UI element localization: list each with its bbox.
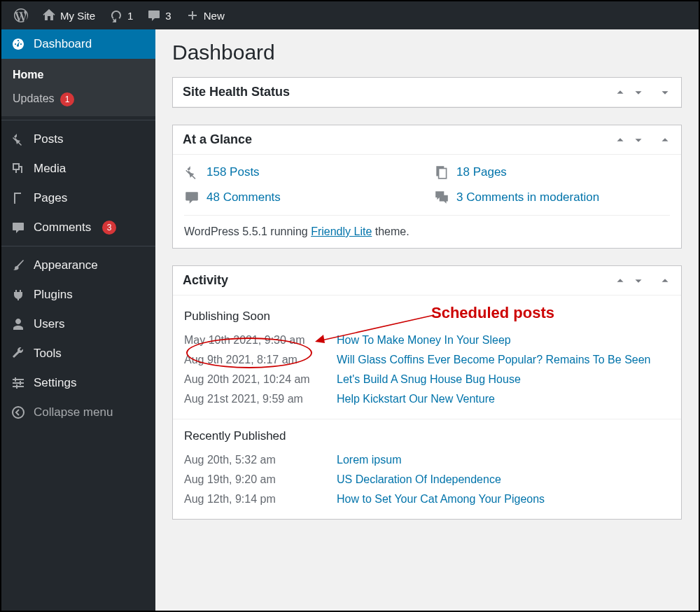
activity-date: Aug 19th, 9:20 am — [184, 473, 324, 486]
update-icon — [109, 8, 123, 22]
activity-row: Aug 19th, 9:20 amUS Declaration Of Indep… — [184, 470, 670, 489]
svg-point-9 — [13, 407, 24, 418]
activity-post-link[interactable]: How to Set Your Cat Among Your Pigeons — [337, 493, 670, 506]
submenu-home[interactable]: Home — [1, 63, 155, 87]
home-icon — [42, 8, 56, 22]
glance-moderation: 3 Comments in moderation — [434, 190, 670, 205]
plugin-icon — [11, 288, 25, 302]
collapse-icon — [11, 405, 25, 419]
comments-link[interactable]: 3 — [140, 1, 178, 29]
toggle-icon[interactable] — [659, 134, 671, 146]
pin-icon — [184, 165, 200, 180]
dashboard-icon — [11, 37, 25, 51]
plus-icon — [186, 8, 200, 22]
new-label: New — [204, 10, 225, 22]
updates-link[interactable]: 1 — [102, 1, 140, 29]
activity-title: Activity — [183, 273, 228, 288]
svg-rect-11 — [439, 169, 447, 179]
menu-users[interactable]: Users — [1, 310, 155, 339]
activity-date: Aug 20th, 5:32 am — [184, 454, 324, 466]
settings-icon — [11, 376, 25, 390]
pages-link[interactable]: 18 Pages — [456, 165, 507, 179]
move-down-icon[interactable] — [632, 134, 645, 146]
comment-icon — [147, 8, 161, 22]
move-down-icon[interactable] — [632, 86, 645, 99]
user-icon — [11, 317, 25, 331]
move-up-icon[interactable] — [614, 86, 626, 99]
recently-published-list: Aug 20th, 5:32 amLorem ipsumAug 19th, 9:… — [184, 450, 670, 509]
menu-plugins[interactable]: Plugins — [1, 280, 155, 310]
svg-rect-4 — [15, 377, 16, 382]
activity-date: Aug 12th, 9:14 pm — [184, 493, 324, 506]
theme-link[interactable]: Friendly Lite — [311, 225, 372, 237]
toggle-icon[interactable] — [659, 86, 671, 99]
admin-sidebar: Dashboard Home Updates 1 Posts Media Pag… — [1, 29, 155, 611]
comments-link[interactable]: 48 Comments — [206, 190, 281, 204]
menu-settings[interactable]: Settings — [1, 368, 155, 398]
site-health-title: Site Health Status — [183, 85, 290, 99]
menu-appearance[interactable]: Appearance — [1, 251, 155, 280]
submenu-updates[interactable]: Updates 1 — [1, 87, 155, 112]
activity-date: Aug 9th 2021, 8:17 am — [184, 354, 324, 366]
page-title: Dashboard — [172, 41, 682, 64]
activity-row: Aug 12th, 9:14 pmHow to Set Your Cat Amo… — [184, 489, 670, 509]
move-up-icon[interactable] — [614, 274, 626, 287]
site-name-link[interactable]: My Site — [35, 1, 102, 29]
toggle-icon[interactable] — [659, 274, 671, 287]
menu-dashboard[interactable]: Dashboard — [1, 29, 155, 59]
menu-posts[interactable]: Posts — [1, 125, 155, 154]
activity-post-link[interactable]: Help Kickstart Our New Venture — [337, 393, 670, 405]
svg-rect-6 — [20, 381, 21, 385]
svg-rect-5 — [13, 382, 24, 384]
activity-post-link[interactable]: US Declaration Of Independence — [337, 473, 670, 486]
activity-post-link[interactable]: Lorem ipsum — [337, 454, 670, 466]
wp-logo[interactable] — [7, 1, 35, 29]
move-down-icon[interactable] — [632, 274, 645, 287]
site-health-panel: Site Health Status — [172, 77, 682, 108]
updates-count: 1 — [127, 10, 133, 22]
move-up-icon[interactable] — [614, 134, 626, 146]
svg-rect-8 — [16, 384, 18, 389]
moderation-link[interactable]: 3 Comments in moderation — [456, 190, 599, 204]
main-content: Dashboard Site Health Status At a Glance — [155, 29, 699, 611]
menu-media[interactable]: Media — [1, 154, 155, 183]
admin-bar: My Site 1 3 New — [1, 1, 699, 29]
pages-icon — [11, 191, 25, 205]
wordpress-icon — [14, 8, 28, 22]
activity-row: May 10th 2021, 9:30 amHow To Make Money … — [184, 331, 670, 350]
glance-posts: 158 Posts — [184, 165, 420, 180]
activity-row: Aug 20th, 5:32 amLorem ipsum — [184, 450, 670, 470]
activity-post-link[interactable]: Will Glass Coffins Ever Become Popular? … — [337, 354, 670, 366]
updates-badge: 1 — [60, 92, 74, 106]
pin-icon — [11, 132, 25, 146]
pages-icon — [434, 165, 449, 180]
activity-date: May 10th 2021, 9:30 am — [184, 334, 324, 347]
new-content-link[interactable]: New — [178, 1, 232, 29]
activity-row: Aug 20th 2021, 10:24 amLet's Build A Snu… — [184, 370, 670, 389]
at-a-glance-panel: At a Glance 158 Posts 18 Pages 48 — [172, 125, 682, 249]
posts-link[interactable]: 158 Posts — [206, 165, 260, 179]
comments-count: 3 — [165, 10, 171, 22]
menu-tools[interactable]: Tools — [1, 339, 155, 368]
dashboard-submenu: Home Updates 1 — [1, 59, 155, 116]
recently-published-title: Recently Published — [184, 429, 670, 443]
comments-icon — [11, 221, 25, 235]
media-icon — [11, 162, 25, 176]
wrench-icon — [11, 347, 25, 361]
activity-post-link[interactable]: Let's Build A Snug House Bug House — [337, 373, 670, 386]
version-info: WordPress 5.5.1 running Friendly Lite th… — [184, 215, 670, 238]
comment-icon — [184, 190, 200, 205]
activity-row: Aug 9th 2021, 8:17 amWill Glass Coffins … — [184, 350, 670, 370]
activity-row: Aug 21st 2021, 9:59 amHelp Kickstart Our… — [184, 389, 670, 409]
menu-comments[interactable]: Comments 3 — [1, 213, 155, 242]
comments-icon — [434, 190, 449, 205]
collapse-menu[interactable]: Collapse menu — [1, 398, 155, 427]
publishing-soon-title: Publishing Soon — [184, 310, 670, 324]
menu-separator — [1, 242, 155, 246]
brush-icon — [11, 258, 25, 272]
activity-date: Aug 21st 2021, 9:59 am — [184, 393, 324, 405]
glance-pages: 18 Pages — [434, 165, 670, 180]
menu-pages[interactable]: Pages — [1, 183, 155, 213]
svg-rect-7 — [13, 386, 24, 387]
activity-post-link[interactable]: How To Make Money In Your Sleep — [337, 334, 670, 347]
